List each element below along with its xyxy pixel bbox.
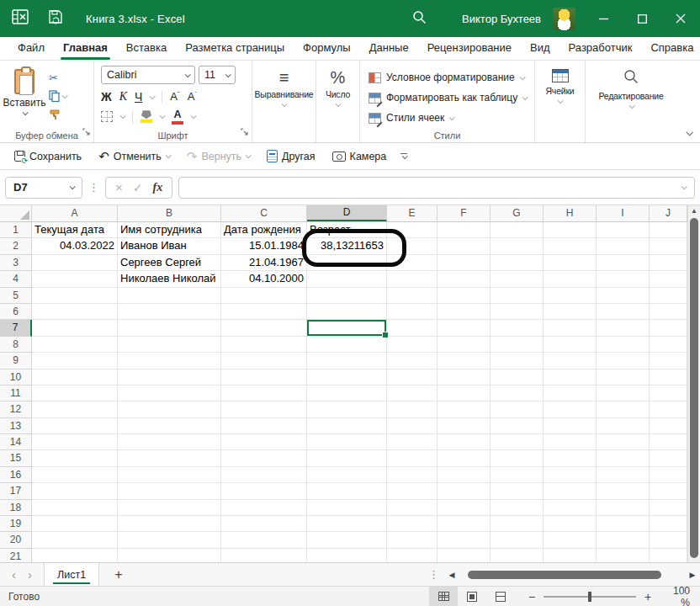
cell-I10[interactable] bbox=[597, 369, 650, 385]
cell-B19[interactable] bbox=[118, 516, 221, 532]
cell-H4[interactable] bbox=[544, 271, 597, 287]
cell-F16[interactable] bbox=[438, 467, 491, 483]
cell-H20[interactable] bbox=[544, 532, 597, 548]
cell-D12[interactable] bbox=[307, 401, 387, 417]
cells-group[interactable]: Ячейки bbox=[535, 61, 586, 142]
cell-F17[interactable] bbox=[438, 483, 491, 499]
cell-B17[interactable] bbox=[118, 483, 221, 499]
borders-icon[interactable] bbox=[101, 111, 113, 122]
cell-I5[interactable] bbox=[597, 288, 650, 304]
zoom-slider-handle[interactable] bbox=[588, 592, 591, 602]
cell-B3[interactable]: Сергеев Сергей bbox=[118, 255, 221, 271]
quick-save-icon[interactable] bbox=[47, 8, 64, 29]
cell-I8[interactable] bbox=[597, 337, 650, 353]
cell-G14[interactable] bbox=[491, 434, 544, 450]
tab-Справка[interactable]: Справка bbox=[641, 37, 700, 60]
row-header-2[interactable]: 2 bbox=[0, 238, 32, 254]
cell-C1[interactable]: Дата рождения bbox=[221, 222, 307, 238]
maximize-button[interactable] bbox=[623, 0, 661, 37]
cells-dropdown-icon[interactable] bbox=[558, 98, 564, 104]
cell-I1[interactable] bbox=[597, 222, 650, 238]
row-header-4[interactable]: 4 bbox=[0, 271, 32, 287]
cell-F7[interactable] bbox=[438, 320, 491, 336]
font-dialog-launcher-icon[interactable] bbox=[241, 124, 248, 139]
formula-bar-expand-icon[interactable] bbox=[681, 183, 687, 189]
row-header-17[interactable]: 17 bbox=[0, 483, 32, 499]
cell-E9[interactable] bbox=[387, 353, 438, 369]
cell-E14[interactable] bbox=[387, 434, 438, 450]
cell-H15[interactable] bbox=[544, 450, 597, 466]
cell-J15[interactable] bbox=[650, 450, 687, 466]
cell-J9[interactable] bbox=[650, 353, 687, 369]
cell-F11[interactable] bbox=[438, 385, 491, 401]
cell-F10[interactable] bbox=[438, 369, 491, 385]
cell-F20[interactable] bbox=[438, 532, 491, 548]
tab-Данные[interactable]: Данные bbox=[360, 37, 418, 60]
cell-I21[interactable] bbox=[597, 549, 650, 562]
cell-F18[interactable] bbox=[438, 500, 491, 516]
cell-I11[interactable] bbox=[597, 385, 650, 401]
cell-B8[interactable] bbox=[118, 337, 221, 353]
horizontal-scroll-thumb[interactable] bbox=[468, 571, 661, 579]
cell-G6[interactable] bbox=[491, 304, 544, 320]
cell-D9[interactable] bbox=[307, 353, 387, 369]
cell-G16[interactable] bbox=[491, 467, 544, 483]
cell-E13[interactable] bbox=[387, 418, 438, 434]
cell-A19[interactable] bbox=[32, 516, 118, 532]
cell-J6[interactable] bbox=[650, 304, 687, 320]
cell-C8[interactable] bbox=[221, 337, 307, 353]
cell-E11[interactable] bbox=[387, 385, 438, 401]
cell-A2[interactable]: 04.03.2022 bbox=[32, 238, 118, 254]
column-header-A[interactable]: A bbox=[32, 205, 118, 221]
cell-D2[interactable]: 38,13211653 bbox=[307, 238, 387, 254]
cell-D15[interactable] bbox=[307, 450, 387, 466]
cell-J10[interactable] bbox=[650, 369, 687, 385]
cell-I17[interactable] bbox=[597, 483, 650, 499]
user-avatar[interactable] bbox=[553, 8, 575, 30]
cell-B12[interactable] bbox=[118, 401, 221, 417]
cell-C10[interactable] bbox=[221, 369, 307, 385]
cell-C12[interactable] bbox=[221, 401, 307, 417]
cell-D6[interactable] bbox=[307, 304, 387, 320]
cell-I7[interactable] bbox=[597, 320, 650, 336]
cell-A8[interactable] bbox=[32, 337, 118, 353]
cancel-entry-icon[interactable]: × bbox=[115, 180, 123, 194]
cell-D17[interactable] bbox=[307, 483, 387, 499]
cell-G17[interactable] bbox=[491, 483, 544, 499]
column-header-H[interactable]: H bbox=[544, 205, 597, 221]
cell-C9[interactable] bbox=[221, 353, 307, 369]
cell-A6[interactable] bbox=[32, 304, 118, 320]
row-header-19[interactable]: 19 bbox=[0, 516, 32, 532]
confirm-entry-icon[interactable]: ✓ bbox=[133, 181, 143, 194]
row-header-20[interactable]: 20 bbox=[0, 532, 32, 548]
format-painter-button[interactable] bbox=[49, 108, 66, 121]
row-header-1[interactable]: 1 bbox=[0, 222, 32, 238]
cell-C15[interactable] bbox=[221, 450, 307, 466]
cell-E12[interactable] bbox=[387, 401, 438, 417]
cell-H2[interactable] bbox=[544, 238, 597, 254]
column-header-F[interactable]: F bbox=[438, 205, 491, 221]
cell-I15[interactable] bbox=[597, 450, 650, 466]
cell-I3[interactable] bbox=[597, 255, 650, 271]
page-break-view-button[interactable] bbox=[486, 587, 515, 606]
decrease-font-button[interactable]: Аˇ bbox=[188, 90, 197, 103]
conditional-formatting-button[interactable]: Условное форматирование bbox=[369, 67, 534, 88]
cell-F15[interactable] bbox=[438, 450, 491, 466]
cell-B20[interactable] bbox=[118, 532, 221, 548]
column-header-B[interactable]: B bbox=[118, 205, 221, 221]
cell-H6[interactable] bbox=[544, 304, 597, 320]
cell-C20[interactable] bbox=[221, 532, 307, 548]
increase-font-button[interactable]: Аˆ bbox=[170, 90, 179, 103]
cell-D5[interactable] bbox=[307, 288, 387, 304]
cell-G20[interactable] bbox=[491, 532, 544, 548]
editing-group[interactable]: Редактирование bbox=[586, 61, 676, 142]
font-color-dropdown-icon[interactable] bbox=[191, 114, 197, 120]
vertical-scrollbar[interactable]: ▲ bbox=[687, 205, 700, 562]
cell-A18[interactable] bbox=[32, 500, 118, 516]
cell-E5[interactable] bbox=[387, 288, 438, 304]
row-header-7[interactable]: 7 bbox=[0, 320, 32, 336]
cell-B10[interactable] bbox=[118, 369, 221, 385]
cell-H14[interactable] bbox=[544, 434, 597, 450]
cell-G18[interactable] bbox=[491, 500, 544, 516]
cell-G4[interactable] bbox=[491, 271, 544, 287]
